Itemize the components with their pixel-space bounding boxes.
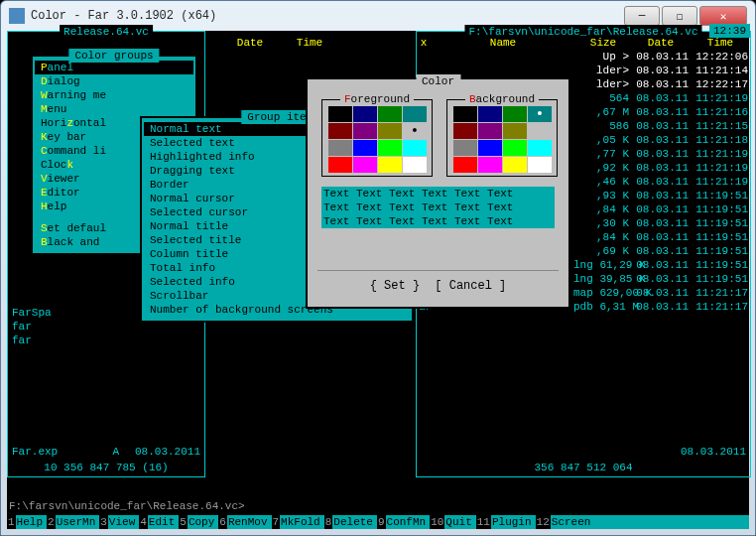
- color-swatch[interactable]: [453, 140, 477, 156]
- color-swatch[interactable]: [403, 106, 427, 122]
- color-swatch[interactable]: [503, 140, 527, 156]
- color-dialog: Color Foreground Background Text Text Te…: [306, 77, 570, 309]
- maximize-button[interactable]: ☐: [662, 6, 697, 26]
- col-date: Date: [631, 36, 691, 50]
- fnkey-1[interactable]: 1Help: [7, 515, 47, 529]
- list-item[interactable]: FarSpa: [12, 306, 52, 320]
- color-swatch[interactable]: [478, 140, 502, 156]
- table-row[interactable]: Up >08.03.1112:22:06: [419, 50, 748, 64]
- color-swatch[interactable]: [528, 106, 552, 122]
- color-swatch[interactable]: [453, 157, 477, 173]
- color-swatch[interactable]: [453, 106, 477, 122]
- groups-menu-title: Color groups: [68, 49, 159, 63]
- menu-item[interactable]: Menu: [35, 102, 193, 116]
- color-swatch[interactable]: [378, 140, 402, 156]
- color-swatch[interactable]: [353, 123, 377, 139]
- bg-label: Background: [465, 92, 539, 106]
- menu-item[interactable]: Dialog: [35, 74, 193, 88]
- footer-filename: Far.exp: [12, 445, 58, 459]
- footer-date-right: 08.03.2011: [681, 445, 746, 459]
- color-swatch[interactable]: [378, 123, 402, 139]
- color-swatch[interactable]: [328, 123, 352, 139]
- close-button[interactable]: ✕: [699, 6, 747, 26]
- window-title: Color - Far 3.0.1902 (x64): [31, 9, 624, 23]
- color-swatch[interactable]: [403, 157, 427, 173]
- color-swatch[interactable]: [528, 123, 552, 139]
- fnkey-6[interactable]: 6RenMov: [218, 515, 271, 529]
- col-x: x: [417, 36, 431, 50]
- menu-item[interactable]: Panel: [35, 61, 193, 74]
- fnkey-12[interactable]: 12Screen: [536, 515, 595, 529]
- col-size: Size: [575, 36, 631, 50]
- list-item[interactable]: far: [12, 334, 52, 347]
- color-swatch[interactable]: [528, 157, 552, 173]
- color-swatch[interactable]: [378, 157, 402, 173]
- color-swatch[interactable]: [353, 140, 377, 156]
- footer-attr: A: [112, 445, 119, 459]
- fnkey-4[interactable]: 4Edit: [139, 515, 179, 529]
- color-swatch[interactable]: [478, 106, 502, 122]
- color-swatch[interactable]: [353, 157, 377, 173]
- fnkey-5[interactable]: 5Copy: [179, 515, 218, 529]
- list-item[interactable]: far: [12, 320, 52, 334]
- fnkey-8[interactable]: 8Delete: [324, 515, 377, 529]
- color-swatch[interactable]: [503, 106, 527, 122]
- fnkey-11[interactable]: 11Plugin: [476, 515, 536, 529]
- color-swatch[interactable]: [478, 157, 502, 173]
- color-swatch[interactable]: [528, 140, 552, 156]
- color-swatch[interactable]: [503, 157, 527, 173]
- col-time: Time: [691, 36, 750, 50]
- foreground-group: Foreground: [321, 99, 433, 177]
- color-swatch[interactable]: [378, 106, 402, 122]
- col-date: Date: [220, 36, 280, 50]
- fnkey-2[interactable]: 2UserMn: [47, 515, 99, 529]
- col-name: Name: [431, 36, 575, 50]
- color-swatch[interactable]: [353, 106, 377, 122]
- terminal-area: Release.64.vc Date Time FarSpafarfar Far…: [7, 31, 749, 529]
- right-stats: 356 847 512 064: [417, 461, 750, 474]
- background-group: Background: [446, 99, 558, 177]
- left-stats: 10 356 847 785 (16): [8, 461, 204, 474]
- color-preview: Text Text Text Text Text Text Text Text …: [321, 187, 555, 228]
- table-row[interactable]: lder>08.03.1111:21:14: [419, 64, 748, 77]
- col-time: Time: [280, 36, 339, 50]
- color-swatch[interactable]: [453, 123, 477, 139]
- function-keys: 1Help2UserMn3View4Edit5Copy6RenMov7MkFol…: [7, 515, 749, 529]
- color-swatch[interactable]: [403, 123, 427, 139]
- set-button[interactable]: { Set }: [366, 279, 424, 293]
- cancel-button[interactable]: [ Cancel ]: [431, 279, 510, 293]
- color-swatch[interactable]: [478, 123, 502, 139]
- items-menu-title: Group ite: [241, 110, 312, 124]
- color-swatch[interactable]: [328, 157, 352, 173]
- footer-date: 08.03.2011: [135, 445, 200, 459]
- color-swatch[interactable]: [503, 123, 527, 139]
- app-window: Color - Far 3.0.1902 (x64) ─ ☐ ✕ Release…: [0, 0, 756, 536]
- minimize-button[interactable]: ─: [624, 6, 660, 26]
- fnkey-9[interactable]: 9ConfMn: [377, 515, 430, 529]
- app-icon: [9, 8, 25, 24]
- menu-item[interactable]: Warning me: [35, 88, 193, 102]
- fnkey-10[interactable]: 10Quit: [430, 515, 476, 529]
- color-swatch[interactable]: [328, 106, 352, 122]
- command-line[interactable]: F:\farsvn\unicode_far\Release.64.vc>: [9, 499, 245, 513]
- fnkey-7[interactable]: 7MkFold: [272, 515, 324, 529]
- fg-label: Foreground: [340, 92, 414, 106]
- color-swatch[interactable]: [328, 140, 352, 156]
- fnkey-3[interactable]: 3View: [99, 515, 139, 529]
- color-swatch[interactable]: [403, 140, 427, 156]
- left-panel-title: Release.64.vc: [60, 25, 153, 39]
- color-dialog-title: Color: [416, 74, 460, 88]
